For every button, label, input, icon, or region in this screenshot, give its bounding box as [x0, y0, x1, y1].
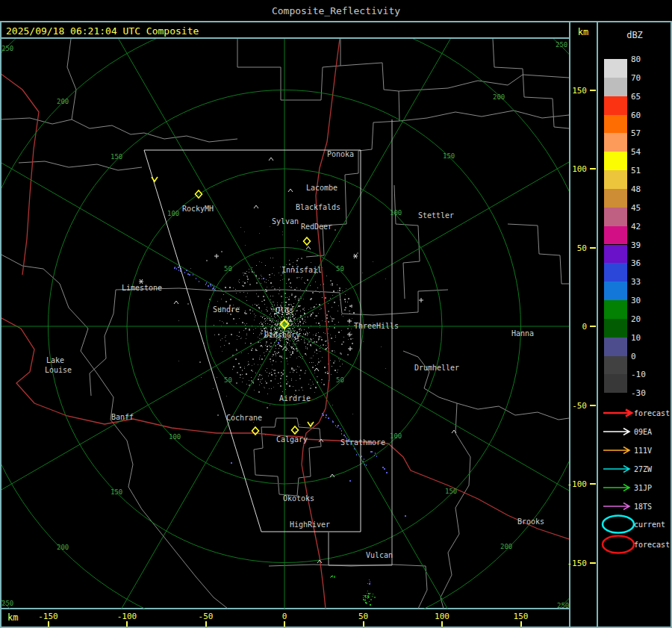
city-label: Stettler — [418, 211, 454, 220]
legend-arrow-icon — [603, 503, 629, 510]
range-ring-label: 100 — [169, 433, 181, 441]
caret-marker — [283, 346, 287, 349]
city-label: Cochrane — [226, 414, 262, 422]
dbz-color-swatch — [604, 263, 627, 282]
legend-arrow-icon — [603, 429, 629, 435]
right-axis-tick-label: -50 — [566, 400, 587, 410]
city-label: Brooks — [517, 517, 544, 526]
legend-arrow-icon — [603, 466, 629, 473]
range-ring-label: 150 — [111, 153, 122, 161]
bottom-axis-tick — [205, 621, 207, 627]
right-axis-tick-label: 50 — [566, 243, 587, 252]
dbz-scale-tick-label: 10 — [631, 332, 641, 342]
dbz-scale-tick-label: 65 — [631, 91, 641, 101]
dbz-color-swatch — [604, 189, 627, 208]
bottom-axis-tick — [48, 621, 49, 627]
city-label: Sundre — [213, 305, 240, 314]
legend-arrow-icon — [603, 447, 629, 454]
city-label: Sylvan — [272, 217, 299, 226]
city-label: RockyMH — [182, 205, 214, 213]
range-ring-label: 150 — [445, 488, 457, 495]
right-axis-tick — [590, 405, 596, 406]
range-ring-label: 250 — [1, 45, 13, 52]
dbz-color-swatch — [604, 133, 627, 152]
caret-marker — [254, 205, 258, 208]
legend-arrow-label: 111V — [634, 447, 652, 455]
dbz-scale-tick-label: 42 — [631, 221, 641, 231]
legend-arrow-label: 09EA — [634, 428, 652, 436]
station-diamond-marker — [292, 426, 299, 434]
city-label: Lake — [46, 356, 64, 364]
dbz-scale-tick-label: 70 — [631, 72, 641, 82]
bottom-axis-tick — [441, 621, 443, 627]
city-label: HighRiver — [290, 520, 330, 529]
dbz-color-swatch — [604, 338, 627, 356]
dbz-color-swatch — [604, 356, 627, 375]
caret-marker — [314, 368, 319, 371]
dbz-color-swatch — [604, 226, 627, 245]
city-label: Ponoka — [327, 150, 354, 158]
right-axis-tick-label: 150 — [566, 85, 587, 95]
legend-ellipse-icon — [603, 516, 634, 533]
city-label: Didsbury — [264, 331, 300, 339]
range-ring-label: 50 — [224, 376, 232, 384]
city-label: Hanna — [511, 329, 534, 338]
dbz-scale-tick-label: 30 — [631, 296, 641, 305]
city-label: Innisfail — [281, 266, 322, 274]
checkmark-marker — [152, 177, 158, 181]
dbz-color-swatch — [604, 245, 627, 264]
legend-ellipse-icon — [603, 536, 634, 553]
right-axis-tick-label: -150 — [566, 558, 587, 568]
range-ring-label: 100 — [390, 209, 402, 217]
range-ring-label: 200 — [57, 544, 69, 551]
city-label: Lacombe — [306, 184, 337, 192]
dbz-color-swatch — [604, 96, 627, 115]
dbz-scale-tick-label: 51 — [631, 166, 641, 175]
caret-marker — [174, 301, 178, 304]
legend-arrow-icon — [603, 410, 632, 417]
bottom-axis-tick-label: 100 — [435, 612, 449, 621]
right-axis-tick — [590, 326, 596, 327]
city-label: Louise — [45, 366, 72, 374]
city-label: Olds — [276, 306, 293, 314]
city-label: Vulcan — [366, 551, 393, 559]
radar-app-window: Composite_Reflectivity 2025/09/18 06:21:… — [0, 0, 672, 628]
dbz-scale-tick-label: 0 — [631, 351, 636, 361]
bottom-axis-tick-label: -50 — [199, 612, 214, 621]
range-ring-label: 200 — [57, 98, 69, 105]
bottom-axis-tick — [284, 621, 285, 627]
caret-marker — [306, 246, 311, 249]
legend-arrow-label: 18TS — [634, 503, 652, 511]
range-ring-label: 200 — [493, 93, 505, 101]
right-axis-tick-label: -100 — [566, 479, 587, 489]
dbz-color-swatch — [604, 319, 627, 338]
plus-marker — [348, 346, 352, 351]
plus-marker — [419, 298, 423, 302]
dbz-scale-tick-label: 57 — [631, 128, 641, 138]
bottom-axis-tick-label: 0 — [282, 612, 287, 621]
plus-marker — [214, 254, 219, 258]
range-ring-label: 200 — [500, 543, 512, 550]
dbz-scale-tick-label: 80 — [631, 55, 641, 64]
dbz-scale-tick-label: 60 — [631, 110, 641, 119]
plus-marker — [347, 319, 352, 323]
dbz-scale-tick-label: 36 — [631, 258, 641, 268]
dbz-scale-tick-label: -30 — [631, 388, 646, 398]
station-diamond-marker — [304, 237, 311, 245]
city-label: Banff — [111, 413, 134, 421]
range-ring-label: 50 — [224, 265, 232, 273]
bottom-axis-tick — [520, 621, 522, 627]
bottom-axis-tick-label: -150 — [38, 612, 58, 621]
dbz-color-swatch — [604, 300, 627, 319]
city-label: Calgary — [276, 435, 308, 444]
dbz-color-swatch — [604, 115, 627, 134]
city-label: Blackfalds — [296, 203, 340, 211]
right-axis-tick — [590, 483, 596, 485]
right-axis-tick — [590, 247, 596, 249]
dbz-color-swatch — [604, 374, 627, 393]
dbz-scale-tick-label: 33 — [631, 277, 641, 287]
right-axis-tick-label: 100 — [566, 164, 587, 174]
dbz-color-swatch — [604, 152, 627, 170]
dbz-scale-tick-label: 20 — [631, 314, 641, 323]
city-label: Limestone — [122, 284, 162, 292]
